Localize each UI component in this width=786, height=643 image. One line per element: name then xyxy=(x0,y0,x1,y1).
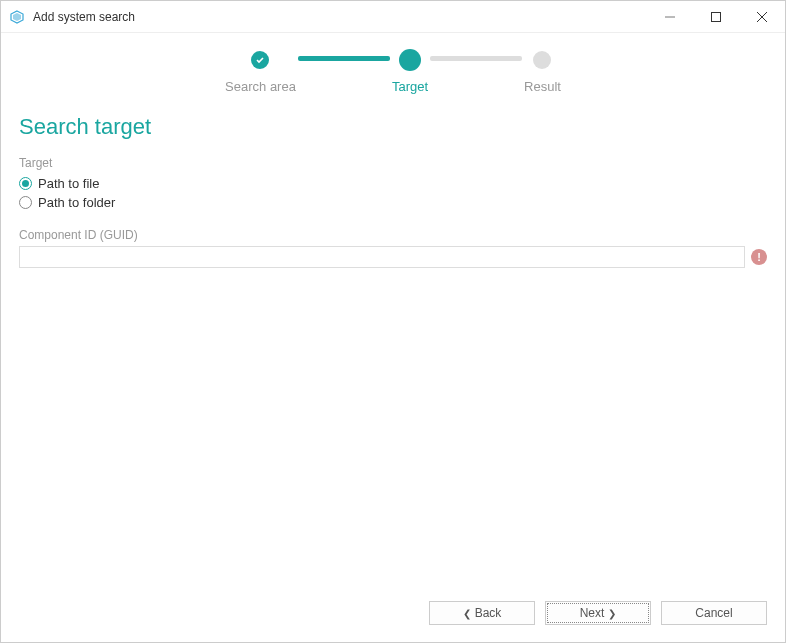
step-target: Target xyxy=(392,51,428,94)
button-label: Cancel xyxy=(695,606,732,620)
step-connector xyxy=(430,56,522,61)
step-done-icon xyxy=(251,51,269,69)
titlebar: Add system search xyxy=(1,1,785,33)
cancel-button[interactable]: Cancel xyxy=(661,601,767,625)
window-controls xyxy=(647,1,785,32)
step-active-icon xyxy=(399,49,421,71)
step-label: Result xyxy=(524,79,561,94)
step-label: Search area xyxy=(225,79,296,94)
wizard-stepper: Search area Target Result xyxy=(19,51,767,94)
step-future-icon xyxy=(533,51,551,69)
radio-label: Path to file xyxy=(38,176,99,191)
page-title: Search target xyxy=(19,114,767,140)
target-group-label: Target xyxy=(19,156,767,170)
button-label: Next xyxy=(580,606,605,620)
radio-path-to-folder[interactable]: Path to folder xyxy=(19,195,767,210)
svg-marker-1 xyxy=(13,13,21,21)
error-icon: ! xyxy=(751,249,767,265)
back-button[interactable]: ❮ Back xyxy=(429,601,535,625)
maximize-button[interactable] xyxy=(693,1,739,32)
minimize-button[interactable] xyxy=(647,1,693,32)
chevron-left-icon: ❮ xyxy=(463,608,471,619)
content-area: Search area Target Result Search target … xyxy=(1,33,785,596)
radio-input-folder[interactable] xyxy=(19,196,32,209)
step-label: Target xyxy=(392,79,428,94)
component-id-input[interactable] xyxy=(19,246,745,268)
component-id-label: Component ID (GUID) xyxy=(19,228,767,242)
close-button[interactable] xyxy=(739,1,785,32)
app-icon xyxy=(9,9,25,25)
next-button[interactable]: Next ❯ xyxy=(545,601,651,625)
window-title: Add system search xyxy=(33,10,647,24)
button-label: Back xyxy=(475,606,502,620)
step-search-area: Search area xyxy=(225,51,296,94)
chevron-right-icon: ❯ xyxy=(608,608,616,619)
svg-rect-3 xyxy=(712,12,721,21)
component-id-row: ! xyxy=(19,246,767,268)
radio-path-to-file[interactable]: Path to file xyxy=(19,176,767,191)
wizard-footer: ❮ Back Next ❯ Cancel xyxy=(1,596,785,642)
radio-input-file[interactable] xyxy=(19,177,32,190)
step-result: Result xyxy=(524,51,561,94)
step-connector xyxy=(298,56,390,61)
radio-label: Path to folder xyxy=(38,195,115,210)
